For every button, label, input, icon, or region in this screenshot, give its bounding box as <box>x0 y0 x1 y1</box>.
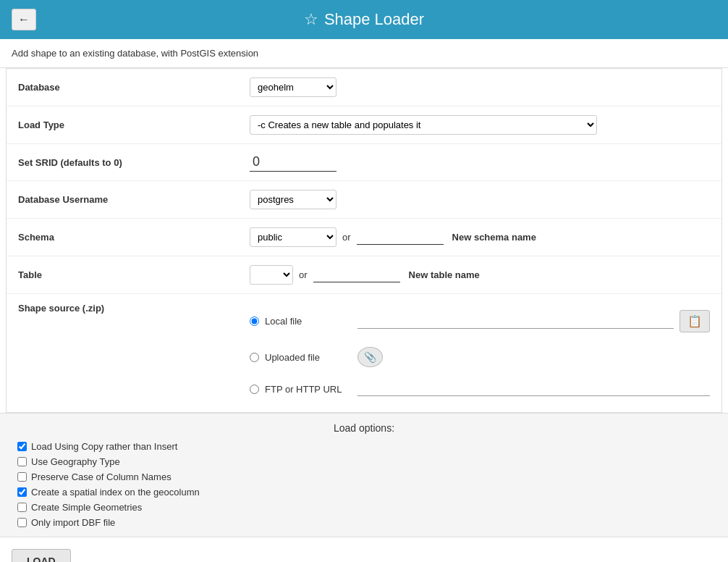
uploaded-file-radio[interactable] <box>250 353 259 362</box>
uploaded-file-option: Uploaded file 📎 <box>250 340 710 374</box>
srid-control <box>250 153 710 172</box>
checkbox-item: Create a spatial index on the geocolumn <box>17 487 711 498</box>
dbusername-control: postgres <box>250 190 710 209</box>
loadtype-select[interactable]: -c Creates a new table and populates it-… <box>250 115 597 135</box>
paperclip-icon: 📎 <box>364 351 376 363</box>
ftp-option: FTP or HTTP URL <box>250 374 710 403</box>
dbusername-label: Database Username <box>18 194 250 205</box>
loadtype-label: Load Type <box>18 119 250 130</box>
upload-button[interactable]: 📎 <box>357 347 383 367</box>
dbusername-select[interactable]: postgres <box>250 190 337 209</box>
local-file-input[interactable] <box>357 314 674 329</box>
load-options-title: Load options: <box>12 422 716 434</box>
checkbox-label-0: Load Using Copy rather than Insert <box>31 441 177 452</box>
checkbox-label-3: Create a spatial index on the geocolumn <box>31 487 200 498</box>
checkbox-list: Load Using Copy rather than InsertUse Ge… <box>12 441 716 528</box>
checkbox-2[interactable] <box>17 472 27 482</box>
table-row: Table or New table name <box>7 256 721 294</box>
ftp-url-input[interactable] <box>357 382 710 396</box>
table-label: Table <box>18 269 250 280</box>
table-select[interactable] <box>250 265 293 285</box>
database-row: Database geohelm <box>7 69 721 106</box>
loadtype-row: Load Type -c Creates a new table and pop… <box>7 106 721 144</box>
database-select[interactable]: geohelm <box>250 77 337 97</box>
checkbox-4[interactable] <box>17 503 27 512</box>
database-label: Database <box>18 82 250 93</box>
page-subtitle: Add shape to an existing database, with … <box>0 39 728 68</box>
srid-input[interactable] <box>250 153 337 172</box>
app-header: ← ☆ Shape Loader <box>0 0 728 39</box>
checkbox-item: Only import DBF file <box>17 517 711 528</box>
dbusername-row: Database Username postgres <box>7 181 721 219</box>
app-title-container: ☆ Shape Loader <box>304 10 424 29</box>
new-table-input[interactable] <box>313 268 400 282</box>
schema-control: public or New schema name <box>250 227 710 247</box>
local-file-option: Local file 📋 <box>250 303 710 340</box>
srid-label: Set SRID (defaults to 0) <box>18 157 250 168</box>
load-button[interactable]: LOAD <box>12 549 71 562</box>
checkbox-0[interactable] <box>17 442 27 451</box>
browse-button[interactable]: 📋 <box>680 310 710 332</box>
checkbox-label-2: Preserve Case of Column Names <box>31 471 172 482</box>
checkbox-item: Create Simple Geometries <box>17 502 711 513</box>
checkbox-5[interactable] <box>17 518 27 527</box>
shape-source-options: Local file 📋 Uploaded file 📎 <box>250 303 710 403</box>
local-file-radio[interactable] <box>250 316 259 326</box>
ftp-radio[interactable] <box>250 385 259 394</box>
database-control: geohelm <box>250 77 710 97</box>
schema-row: Schema public or New schema name <box>7 219 721 256</box>
load-options-section: Load options: Load Using Copy rather tha… <box>0 413 728 537</box>
checkbox-1[interactable] <box>17 457 27 466</box>
star-icon: ☆ <box>304 10 318 29</box>
table-control: or New table name <box>250 265 710 285</box>
loadtype-control: -c Creates a new table and populates it-… <box>250 115 710 135</box>
back-button[interactable]: ← <box>12 9 36 30</box>
table-or: or <box>299 269 308 280</box>
checkbox-3[interactable] <box>17 487 27 497</box>
copy-icon: 📋 <box>687 314 702 328</box>
schema-label: Schema <box>18 232 250 243</box>
back-icon: ← <box>18 13 30 26</box>
checkbox-item: Preserve Case of Column Names <box>17 471 711 482</box>
schema-select[interactable]: public <box>250 227 337 247</box>
new-schema-input[interactable] <box>357 230 444 245</box>
checkbox-item: Load Using Copy rather than Insert <box>17 441 711 452</box>
ftp-label: FTP or HTTP URL <box>265 384 352 395</box>
form-section: Database geohelm Load Type -c Creates a … <box>6 68 722 413</box>
app-title: Shape Loader <box>324 10 424 29</box>
shape-source-row: Shape source (.zip) Local file 📋 Uploade… <box>7 294 721 412</box>
checkbox-item: Use Geography Type <box>17 456 711 467</box>
new-schema-label: New schema name <box>452 232 536 243</box>
shape-source-label: Shape source (.zip) <box>18 303 250 314</box>
main-content: Database geohelm Load Type -c Creates a … <box>0 68 728 562</box>
local-file-label: Local file <box>265 316 352 327</box>
new-table-label: New table name <box>409 269 480 280</box>
checkbox-label-5: Only import DBF file <box>31 517 115 528</box>
srid-row: Set SRID (defaults to 0) <box>7 144 721 181</box>
checkbox-label-4: Create Simple Geometries <box>31 502 142 513</box>
load-button-section: LOAD <box>0 537 728 562</box>
uploaded-file-label: Uploaded file <box>265 352 352 363</box>
checkbox-label-1: Use Geography Type <box>31 456 120 467</box>
schema-or: or <box>342 232 351 243</box>
